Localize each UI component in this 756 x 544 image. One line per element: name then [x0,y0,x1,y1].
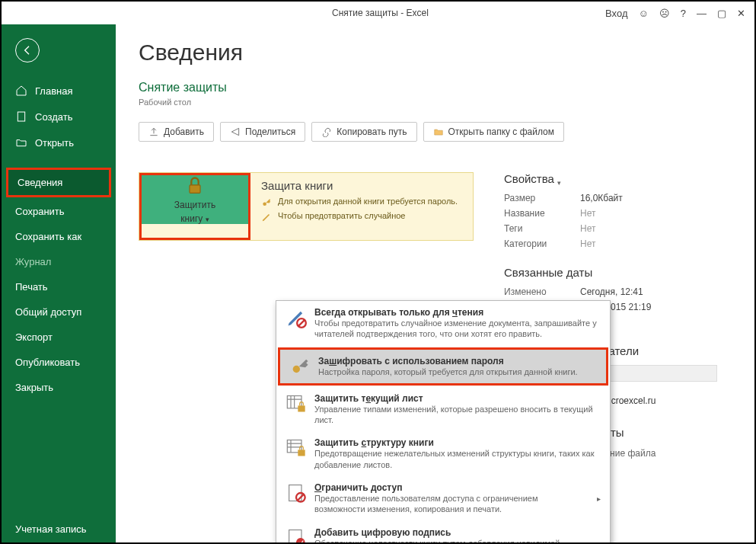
share-button[interactable]: Поделиться [220,122,305,142]
sidebar-item-home[interactable]: Главная [2,78,116,104]
sidebar-item-info[interactable]: Сведения [8,170,109,195]
chevron-right-icon: ▸ [597,494,601,503]
svg-point-2 [263,202,266,206]
close-icon[interactable]: ✕ [737,8,745,19]
sheet-lock-icon [285,393,307,414]
upload-icon [148,126,159,137]
new-icon [15,110,27,123]
chevron-down-icon: ▾ [206,216,209,223]
dd-title: Зашифровать с использованием пароля [318,356,597,366]
protect-workbook-dropdown: Всегда открывать только для чтенияЧтобы … [276,300,611,542]
dropdown-item-signature[interactable]: Добавить цифровую подписьОбеспечение цел… [276,521,610,542]
upload-button[interactable]: Добавить [139,122,214,142]
restrict-icon [285,482,307,504]
pencil-icon [261,212,272,222]
minimize-icon[interactable]: — [697,8,707,19]
properties-title[interactable]: Свойства [504,172,554,185]
folder-icon [433,126,444,137]
file-name: Снятие защиты [139,81,732,94]
sidebar-label: Общий доступ [15,306,81,318]
dropdown-item-protect-structure[interactable]: Защитить структуру книгиПредотвращение н… [276,431,610,476]
page-title: Сведения [139,40,732,66]
svg-rect-1 [190,185,200,194]
dd-title: Ограничить доступ [314,482,589,493]
chevron-down-icon[interactable]: ▾ [557,179,561,187]
link-icon [321,126,332,137]
sad-icon[interactable]: ☹ [659,8,670,19]
file-path: Рабочий стол [139,98,732,107]
sidebar-item-history[interactable]: Журнал [2,249,116,274]
sidebar-item-save[interactable]: Сохранить [2,199,116,224]
backstage-sidebar: Главная Создать Открыть Сведения Сохрани… [2,24,116,542]
copy-path-button[interactable]: Копировать путь [311,122,416,142]
sidebar-label: Сведения [18,177,62,188]
dd-title: Защитить текущий лист [314,393,601,404]
protect-workbook-button[interactable]: Защитить книгу ▾ [142,175,248,224]
dates-title: Связанные даты [504,266,732,279]
backstage-content: Сведения Снятие защиты Рабочий стол Доба… [116,24,754,542]
sidebar-item-share[interactable]: Общий доступ [2,299,116,325]
dd-title: Защитить структуру книги [314,437,601,448]
svg-point-12 [296,538,305,542]
sidebar-item-account[interactable]: Учетная запись [2,517,116,542]
dd-title: Добавить цифровую подпись [314,527,601,538]
structure-lock-icon [285,437,307,459]
protect-title: Защита книги [261,179,462,192]
titlebar: Снятие защиты - Excel Вход ☺ ☹ ? — ▢ ✕ [2,2,754,24]
home-icon [15,85,27,97]
sidebar-item-close[interactable]: Закрыть [2,375,116,400]
svg-point-4 [293,365,300,372]
sidebar-item-print[interactable]: Печать [2,274,116,299]
share-icon [230,126,241,137]
sidebar-label: Главная [35,85,72,97]
window-title: Снятие защиты - Excel [155,8,605,18]
sidebar-label: Экспорт [15,331,53,343]
sidebar-label: Создать [35,111,72,123]
encrypt-icon [289,356,311,377]
svg-rect-0 [18,112,24,121]
key-icon [261,197,272,208]
dropdown-item-encrypt[interactable]: Зашифровать с использованием пароляНастр… [278,347,608,386]
smile-icon[interactable]: ☺ [638,8,648,19]
sidebar-label: Учетная запись [15,523,87,535]
sidebar-item-new[interactable]: Создать [2,104,116,130]
dropdown-item-restrict[interactable]: Ограничить доступПредоставление пользова… [276,476,610,521]
sidebar-item-open[interactable]: Открыть [2,130,116,155]
dd-title: Всегда открывать только для чтения [314,307,601,318]
sidebar-label: Журнал [15,256,51,267]
open-icon [15,136,27,149]
lock-icon [184,175,206,197]
login-link[interactable]: Вход [605,8,627,19]
signature-icon [285,527,307,542]
sidebar-item-publish[interactable]: Опубликовать [2,350,116,375]
svg-rect-6 [298,405,305,411]
protect-workbook-card: Защитить книгу ▾ Защита книги Для открыт… [139,172,474,241]
sidebar-label: Сохранить [15,206,65,217]
maximize-icon[interactable]: ▢ [717,8,726,19]
help-icon[interactable]: ? [681,8,686,19]
sidebar-label: Печать [15,281,48,293]
readonly-icon [285,307,307,328]
sidebar-item-export[interactable]: Экспорт [2,325,116,350]
sidebar-label: Опубликовать [15,357,80,368]
dropdown-item-protect-sheet[interactable]: Защитить текущий листУправление типами и… [276,387,610,432]
dropdown-item-readonly[interactable]: Всегда открывать только для чтенияЧтобы … [276,301,610,346]
sidebar-label: Закрыть [15,382,53,393]
sidebar-label: Открыть [35,137,74,149]
sidebar-item-info-highlight: Сведения [6,168,111,197]
sidebar-item-saveas[interactable]: Сохранить как [2,224,116,249]
svg-rect-8 [298,450,305,456]
open-folder-button[interactable]: Открыть папку с файлом [423,122,565,142]
back-button[interactable] [15,38,40,62]
sidebar-label: Сохранить как [15,231,81,242]
